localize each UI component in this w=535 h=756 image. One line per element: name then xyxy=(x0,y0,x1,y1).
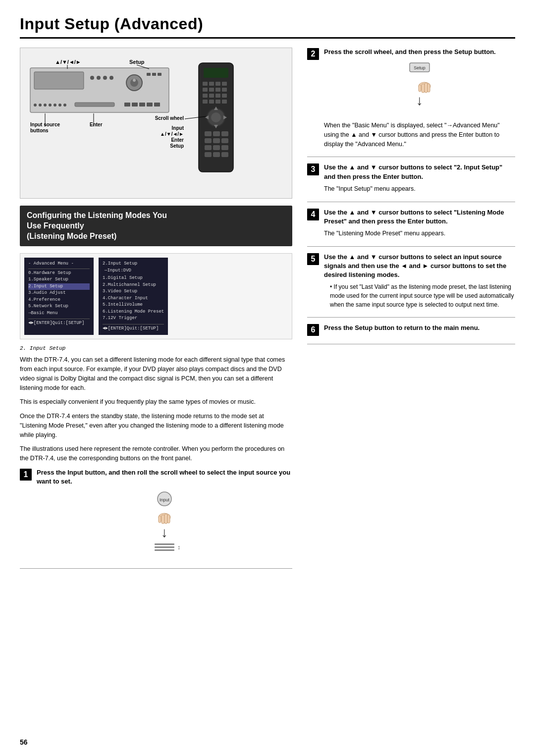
menu-panel-left: - Advanced Menu - 0.Hardware Setup 1.Spe… xyxy=(24,258,94,335)
section-title: Configuring the Listening Modes You Use … xyxy=(27,211,285,241)
svg-rect-51 xyxy=(222,100,227,104)
svg-rect-66 xyxy=(221,145,228,150)
svg-rect-85 xyxy=(155,546,174,548)
menu-header-left: - Advanced Menu - xyxy=(28,261,90,269)
svg-rect-62 xyxy=(213,138,220,143)
step-2-content: Press the scroll wheel, and then press t… xyxy=(324,48,515,149)
svg-rect-61 xyxy=(205,138,212,143)
svg-point-14 xyxy=(44,104,47,107)
svg-rect-43 xyxy=(222,88,227,92)
step-2-illustration: Setup ↓ xyxy=(324,60,515,115)
step-5-title: Use the ▲ and ▼ cursor buttons to select… xyxy=(324,253,515,280)
svg-rect-69 xyxy=(221,152,228,157)
svg-rect-9 xyxy=(147,73,151,76)
menu-item-0: 0.Hardware Setup xyxy=(28,270,90,277)
step1-svg: Input ↓ ↕ xyxy=(140,490,189,554)
svg-point-16 xyxy=(54,104,56,107)
svg-rect-82 xyxy=(159,516,161,523)
svg-point-3 xyxy=(97,76,101,80)
svg-text:Setup: Setup xyxy=(170,143,184,149)
title-divider xyxy=(20,37,515,39)
step-1-divider xyxy=(20,568,292,569)
svg-rect-80 xyxy=(164,514,167,524)
svg-text:Input: Input xyxy=(160,497,170,502)
svg-rect-79 xyxy=(161,515,164,524)
svg-point-17 xyxy=(58,104,61,107)
step-3-number: 3 xyxy=(307,163,319,175)
svg-rect-46 xyxy=(215,94,220,98)
svg-rect-65 xyxy=(213,145,220,150)
svg-rect-84 xyxy=(155,543,174,545)
svg-rect-20 xyxy=(124,103,130,107)
step-4-title: Use the ▲ and ▼ cursor buttons to select… xyxy=(324,208,515,226)
svg-rect-23 xyxy=(147,103,153,107)
menu-header-right: 2.Input Setup xyxy=(103,261,164,268)
svg-rect-35 xyxy=(204,68,228,78)
svg-text:Scroll wheel: Scroll wheel xyxy=(155,115,184,121)
menu-right-item-4: 4.Character Input xyxy=(103,295,164,302)
step-1-content: Press the Input button, and then roll th… xyxy=(37,468,292,560)
svg-rect-37 xyxy=(209,82,214,86)
svg-rect-19 xyxy=(75,103,114,107)
step-4: 4 Use the ▲ and ▼ cursor buttons to sele… xyxy=(307,208,515,238)
svg-rect-38 xyxy=(215,82,220,86)
menu-item-4: 4.Preference xyxy=(28,297,90,304)
svg-rect-49 xyxy=(209,100,214,104)
svg-rect-50 xyxy=(215,100,220,104)
svg-rect-86 xyxy=(155,549,174,551)
step-2-body: When the "Basic Menu" is displayed, sele… xyxy=(324,121,515,149)
svg-text:buttons: buttons xyxy=(30,128,49,133)
menu-item-1: 1.Speaker Setup xyxy=(28,276,90,283)
svg-point-2 xyxy=(90,76,94,80)
menu-sub-header-right: —Input:DVD xyxy=(103,268,164,274)
svg-point-8 xyxy=(133,79,136,82)
svg-rect-94 xyxy=(419,85,421,92)
svg-rect-40 xyxy=(203,88,208,92)
step-2-divider xyxy=(307,157,515,157)
svg-point-13 xyxy=(39,104,42,107)
step-6: 6 Press the Setup button to return to th… xyxy=(307,324,515,336)
step-3-content: Use the ▲ and ▼ cursor buttons to select… xyxy=(324,163,515,193)
menu-footer-right: ◄►[ENTER]Quit:[SETUP] xyxy=(103,324,164,332)
step-4-divider xyxy=(307,246,515,247)
menu-item-5: 5.Network Setup xyxy=(28,303,90,310)
menu-right-item-1: 1.Digital Setup xyxy=(103,275,164,282)
step-6-divider xyxy=(307,344,515,344)
right-column: 2 Press the scroll wheel, and then press… xyxy=(307,48,515,575)
svg-rect-39 xyxy=(222,82,227,86)
step-4-content: Use the ▲ and ▼ cursor buttons to select… xyxy=(324,208,515,238)
menu-item-2-selected: 2.Input Setup xyxy=(28,283,90,290)
step-3-title: Use the ▲ and ▼ cursor buttons to select… xyxy=(324,163,515,181)
svg-rect-41 xyxy=(209,88,214,92)
svg-rect-24 xyxy=(154,103,160,107)
menu-right-item-2: 2.Multichannel Setup xyxy=(103,282,164,289)
step-3: 3 Use the ▲ and ▼ cursor buttons to sele… xyxy=(307,163,515,193)
svg-rect-44 xyxy=(203,94,208,98)
step-6-title: Press the Setup button to return to the … xyxy=(324,324,515,332)
svg-point-53 xyxy=(211,112,221,122)
menu-right-item-6-selected: 6.Listening Mode Preset xyxy=(103,309,164,316)
step-2-number: 2 xyxy=(307,48,319,60)
svg-point-12 xyxy=(34,104,37,107)
svg-text:↓: ↓ xyxy=(416,93,423,108)
body-para-2: This is especially convenient if you fre… xyxy=(20,397,292,407)
svg-rect-10 xyxy=(152,73,156,76)
svg-rect-68 xyxy=(213,152,220,157)
menu-footer-left: ◄►[ENTER]Quit:[SETUP] xyxy=(28,319,90,327)
svg-text:Input: Input xyxy=(172,125,184,131)
menu-caption: 2. Input Setup xyxy=(20,345,292,351)
svg-text:▲/▼/◄/►: ▲/▼/◄/► xyxy=(160,131,184,137)
step-1-illustration: Input ↓ ↕ xyxy=(37,490,292,554)
body-para-3: Once the DTR-7.4 enters the standby stat… xyxy=(20,412,292,439)
svg-rect-42 xyxy=(215,88,220,92)
svg-rect-92 xyxy=(425,83,428,93)
svg-point-4 xyxy=(103,76,107,80)
svg-rect-47 xyxy=(222,94,227,98)
step-4-number: 4 xyxy=(307,209,319,220)
svg-rect-67 xyxy=(205,152,212,157)
svg-rect-36 xyxy=(203,82,208,86)
step-4-body: The "Listening Mode Preset" menu appears… xyxy=(324,229,515,238)
menu-item-3: 3.Audio Adjust xyxy=(28,290,90,297)
step-6-number: 6 xyxy=(307,324,319,336)
menu-right-item-3: 3.Video Setup xyxy=(103,288,164,295)
